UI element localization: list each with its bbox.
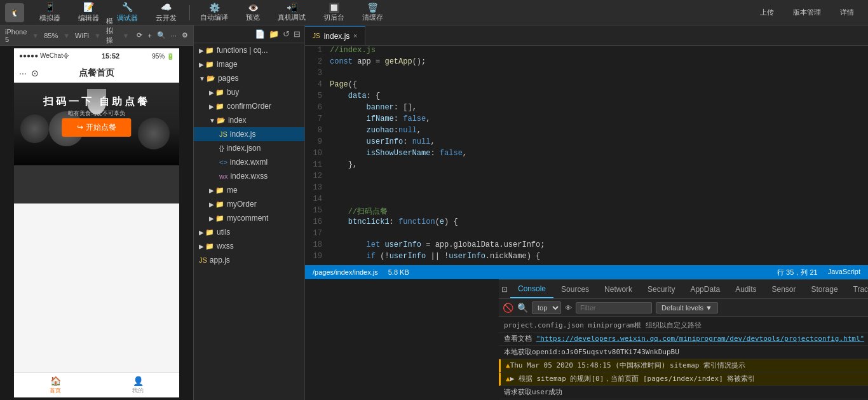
simulator-panel: iPhone 5 ▼ 85% ▼ WiFi ▼ 模拟操作 ▼ ⟳ + 🔍 ···… (0, 25, 194, 400)
code-line: 10 isShowUserName: false, (305, 149, 868, 160)
tree-item-confirmorder[interactable]: ▶ 📁 confirmOrder (194, 99, 304, 113)
folder-icon-pages: 📂 (207, 74, 215, 83)
cloud-icon: ☁️ (161, 2, 172, 12)
code-tabs: JS index.js × (305, 25, 868, 46)
console-line: ▲ ▶ 根据 sitemap 的规则[0]，当前页面 [pages/index/… (499, 373, 868, 386)
devtools-tab-sources[interactable]: Sources (553, 280, 597, 298)
clear-console-icon[interactable]: 🚫 (503, 303, 513, 313)
tree-item-index-wxml[interactable]: <> index.wxml (194, 155, 304, 169)
toolbar-btn-cloud[interactable]: ☁️ 云开发 (148, 1, 184, 24)
devtools-tab-sensor[interactable]: Sensor (764, 280, 804, 298)
folder-icon-functions: 📁 (205, 46, 214, 55)
phone-cta-btn[interactable]: ↪ 开始点餐 (62, 118, 131, 137)
devtools-tab-security[interactable]: Security (640, 280, 682, 298)
js-icon-app: JS (199, 256, 207, 264)
filter-input[interactable] (576, 302, 652, 314)
toolbar-btn-version[interactable]: 版本管理 (785, 6, 829, 18)
line-number: 18 (305, 240, 327, 252)
real-debug-btn[interactable]: 📲 真机调试 (273, 1, 311, 24)
clear-cache-btn[interactable]: 🗑️ 清缓存 (357, 1, 388, 24)
levels-btn[interactable]: Default levels ▼ (656, 302, 718, 314)
toolbar-btn-simulator[interactable]: 📱 模拟器 (32, 1, 68, 24)
new-file-icon[interactable]: 📄 (255, 29, 265, 39)
tree-item-buy[interactable]: ▶ 📁 buy (194, 85, 304, 99)
banner-sub: 唯有美食与爱不可辜负 (14, 109, 179, 118)
tree-item-pages[interactable]: ▼ 📂 pages (194, 71, 304, 85)
devtools-expand-icon[interactable]: ⊡ (501, 285, 508, 294)
line-number: 15 (305, 206, 327, 217)
editor-icon: 📝 (83, 2, 94, 12)
devtools-toolbar: 🚫 🔍 top 👁 Default levels ▼ 2 hidden ⚙ (499, 299, 868, 317)
phone-content: 扫码一下 自助点餐 唯有美食与爱不可辜负 ↪ 开始点餐 (14, 83, 179, 372)
top-context-select[interactable]: top (532, 301, 561, 314)
compile-btn[interactable]: ⚙️ 自动编译 (195, 1, 233, 24)
tree-item-image[interactable]: ▶ 📁 image (194, 57, 304, 71)
line-number: 6 (305, 103, 327, 114)
tree-item-wxss[interactable]: ▶ 📁 wxss (194, 239, 304, 253)
tree-item-index[interactable]: ▼ 📂 index (194, 113, 304, 127)
arrow-utils: ▶ (199, 229, 204, 236)
tree-item-functions[interactable]: ▶ 📁 functions | cq... (194, 43, 304, 57)
devtools-tab-network[interactable]: Network (597, 280, 640, 298)
toolbar-btn-editor[interactable]: 📝 编辑器 (71, 1, 107, 24)
devtools-tab-trace[interactable]: Trace (846, 280, 868, 298)
sim-add-icon[interactable]: + (147, 32, 151, 39)
phone-banner: 扫码一下 自助点餐 唯有美食与爱不可辜负 ↪ 开始点餐 (14, 83, 179, 165)
tree-item-me[interactable]: ▶ 📁 me (194, 183, 304, 197)
tab-close-btn[interactable]: × (353, 32, 357, 39)
tree-item-utils[interactable]: ▶ 📁 utils (194, 225, 304, 239)
phone-bottom-nav: 🏠 首页 👤 我的 (14, 372, 179, 397)
tree-item-mycomment[interactable]: ▶ 📁 mycomment (194, 211, 304, 225)
tree-item-appjs[interactable]: JS app.js (194, 253, 304, 267)
preview-btn[interactable]: 👁️ 预览 (241, 1, 265, 24)
bottom-nav-home[interactable]: 🏠 首页 (14, 376, 97, 395)
toolbar-btn-details[interactable]: 详情 (831, 6, 863, 18)
new-folder-icon[interactable]: 📁 (269, 29, 279, 39)
tree-item-index-js[interactable]: JS index.js (194, 127, 304, 141)
line-number: 10 (305, 149, 327, 160)
bottom-nav-profile[interactable]: 👤 我的 (97, 376, 179, 395)
code-line: 7 ifName: false, (305, 114, 868, 126)
line-number: 1 (305, 46, 327, 57)
line-content: data: { (327, 92, 380, 103)
line-number: 16 (305, 217, 327, 229)
devtools-tab-storage[interactable]: Storage (804, 280, 846, 298)
sim-settings-icon[interactable]: ⚙ (182, 31, 188, 39)
eye-icon[interactable]: 👁 (565, 304, 572, 312)
arrow-mycomment: ▶ (209, 215, 214, 222)
tree-item-index-wxss[interactable]: wx index.wxss (194, 169, 304, 183)
refresh-icon[interactable]: ↺ (283, 29, 290, 39)
line-content: //扫码点餐 (327, 206, 388, 217)
toolbar-btn-upload[interactable]: 上传 (751, 6, 783, 18)
code-line: 9 userInfo: null, (305, 137, 868, 149)
devtools-tab-console[interactable]: Console (510, 280, 553, 298)
tree-item-index-json[interactable]: {} index.json (194, 141, 304, 155)
devtools-tab-appdata[interactable]: AppData (682, 280, 728, 298)
code-line: 19 if (!userInfo || !userInfo.nickName) … (305, 252, 868, 263)
code-tab-indexjs[interactable]: JS index.js × (305, 26, 365, 45)
code-line: 16 btnclick1: function(e) { (305, 217, 868, 229)
folder-icon-mycomment: 📁 (215, 214, 224, 223)
line-content: let userInfo = app.globalData.userInfo; (327, 240, 545, 252)
compile-icon: ⚙️ (209, 3, 220, 13)
line-content (327, 69, 330, 80)
line-content: btnclick1: function(e) { (327, 217, 458, 229)
js-icon: JS (219, 130, 227, 138)
real-debug-icon: 📲 (287, 3, 297, 13)
console-line: 请求获取user成功 (499, 386, 868, 399)
devtools-tab-audits[interactable]: Audits (728, 280, 764, 298)
code-editor[interactable]: 1//index.js2const app = getApp();34Page(… (305, 46, 868, 265)
sim-search-icon[interactable]: 🔍 (157, 31, 166, 39)
preview-icon: 👁️ (248, 3, 259, 13)
tree-item-myorder[interactable]: ▶ 📁 myOrder (194, 197, 304, 211)
arrow-wxss: ▶ (199, 243, 204, 250)
collapse-icon[interactable]: ⊟ (294, 29, 301, 39)
filter-icon[interactable]: 🔍 (517, 303, 528, 313)
folder-icon-index: 📂 (217, 116, 226, 125)
cut-bg-btn[interactable]: 🔲 切后台 (318, 1, 349, 24)
code-line: 4Page({ (305, 80, 868, 92)
phone-frame: ●●●●● WeChat令 15:52 95% 🔋 ··· ⊙ 点餐首页 (0, 46, 193, 400)
clear-cache-icon: 🗑️ (367, 3, 378, 13)
sim-more-icon[interactable]: ··· (171, 32, 177, 39)
sim-rotate-icon[interactable]: ⟳ (137, 31, 142, 39)
